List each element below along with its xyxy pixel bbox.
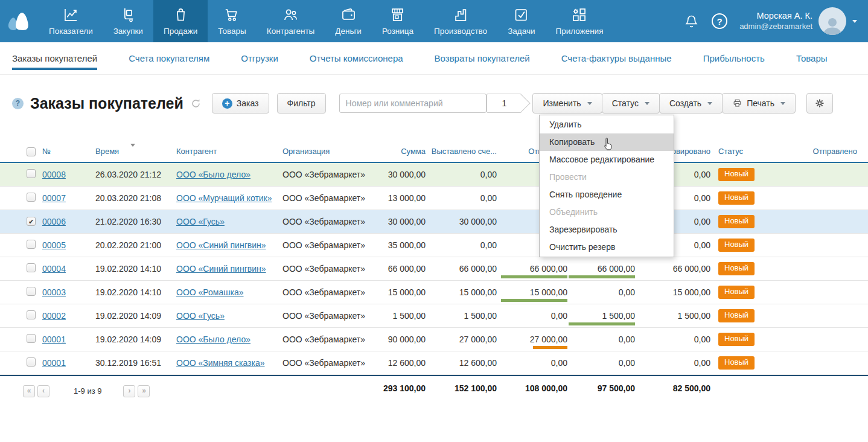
nav-item-money[interactable]: Деньги <box>325 0 372 42</box>
menu-item-merge: Объединить <box>540 203 674 221</box>
header-time[interactable]: Время <box>95 139 176 162</box>
nav-item-sales[interactable]: Продажи <box>153 0 208 42</box>
menu-item-unapprove[interactable]: Снять проведение <box>540 186 674 203</box>
order-number-link[interactable]: 00001 <box>42 335 66 344</box>
order-number-link[interactable]: 00004 <box>42 264 66 274</box>
order-number-link[interactable]: 00006 <box>42 217 66 226</box>
tab-commission-reports[interactable]: Отчеты комиссионера <box>310 42 403 74</box>
shipped-progress-bar <box>501 275 567 278</box>
edit-dropdown-button[interactable]: Изменить <box>532 93 602 114</box>
nav-item-tasks[interactable]: Задачи <box>497 0 545 42</box>
header-contractor[interactable]: Контрагент <box>176 139 282 162</box>
refresh-icon[interactable] <box>191 98 201 109</box>
notifications-button[interactable] <box>683 13 700 30</box>
pagination-first-button[interactable]: « <box>23 385 35 397</box>
contractor-link[interactable]: ООО «Зимняя сказка» <box>176 358 265 368</box>
table-row[interactable]: 0000119.02.2020 14:09ООО «Было дело»ООО … <box>0 328 868 351</box>
header-organization[interactable]: Организация <box>282 139 379 162</box>
header-sent[interactable]: Отправлено <box>797 139 868 162</box>
nav-item-retail[interactable]: Розница <box>372 0 424 42</box>
page-help-icon[interactable]: ? <box>12 98 24 109</box>
menu-item-reserve[interactable]: Зарезервировать <box>540 221 674 239</box>
nav-item-label: Приложения <box>555 27 603 36</box>
filter-button[interactable]: Фильтр <box>277 93 326 114</box>
pagination-last-button[interactable]: » <box>138 385 150 397</box>
sum-cell: 66 000,00 <box>379 257 426 280</box>
tab-vat-invoices-issued[interactable]: Счета-фактуры выданные <box>561 42 672 74</box>
tab-customer-returns[interactable]: Возвраты покупателей <box>435 42 530 74</box>
sent-cell <box>797 328 868 351</box>
settings-button[interactable] <box>806 93 833 114</box>
tab-profitability[interactable]: Прибыльность <box>703 42 765 74</box>
create-dropdown-button[interactable]: Создать <box>659 93 723 114</box>
header-num[interactable]: № <box>42 139 95 162</box>
order-number-link[interactable]: 00003 <box>42 287 66 297</box>
order-number-link[interactable]: 00002 <box>42 311 66 321</box>
contractor-link[interactable]: ООО «Синий пингвин» <box>176 264 266 274</box>
caret-down-icon <box>780 102 785 105</box>
tab-customer-invoices[interactable]: Счета покупателям <box>129 42 209 74</box>
nav-item-production[interactable]: Производство <box>424 0 497 42</box>
contractor-link[interactable]: ООО «Было дело» <box>176 170 251 179</box>
menu-item-bulk-edit[interactable]: Массовое редактирование <box>540 151 674 168</box>
status-badge: Новый <box>718 191 755 205</box>
row-checkbox[interactable] <box>27 357 36 367</box>
tab-goods[interactable]: Товары <box>796 42 828 74</box>
organization-cell: ООО «Зебрамаркет» <box>282 187 379 210</box>
table-row[interactable]: 0000826.03.2020 21:12ООО «Было дело»ООО … <box>0 163 868 187</box>
order-number-link[interactable]: 00005 <box>42 240 66 250</box>
row-checkbox[interactable] <box>27 169 36 178</box>
header-sum[interactable]: Сумма <box>379 139 426 162</box>
row-checkbox[interactable] <box>27 334 36 343</box>
orders-table: № Время Контрагент Организация Сумма Выс… <box>0 139 868 399</box>
pagination-next-button[interactable]: › <box>123 385 135 397</box>
nav-item-contractors[interactable]: Контрагенты <box>257 0 325 42</box>
order-time: 19.02.2020 14:09 <box>95 304 176 327</box>
contractor-link[interactable]: ООО «Мурчащий котик» <box>176 193 272 203</box>
nav-item-indicators[interactable]: Показатели <box>39 0 103 42</box>
row-checkbox[interactable] <box>27 310 36 319</box>
contractor-link[interactable]: ООО «Было дело» <box>176 335 251 344</box>
menu-item-delete[interactable]: Удалить <box>540 116 674 133</box>
search-input[interactable] <box>339 94 487 113</box>
app-logo[interactable] <box>0 0 39 42</box>
table-row[interactable]: 0000520.02.2020 21:00ООО «Синий пингвин»… <box>0 234 868 257</box>
table-row[interactable]: ✔0000621.02.2020 16:30ООО «Гусь»ООО «Зеб… <box>0 210 868 234</box>
nav-item-apps[interactable]: Приложения <box>545 0 613 42</box>
contractor-link[interactable]: ООО «Синий пингвин» <box>176 240 266 250</box>
table-row[interactable]: 0000130.12.2019 16:51ООО «Зимняя сказка»… <box>0 351 868 375</box>
nav-item-purchases[interactable]: Закупки <box>103 0 153 42</box>
row-checkbox[interactable] <box>27 240 36 249</box>
row-checkbox[interactable] <box>27 193 36 202</box>
tab-customer-orders[interactable]: Заказы покупателей <box>12 42 97 74</box>
row-checkbox[interactable] <box>27 263 36 272</box>
select-all-checkbox[interactable] <box>27 147 36 156</box>
order-number-link[interactable]: 00001 <box>42 358 66 368</box>
table-row[interactable]: 0000219.02.2020 14:09ООО «Гусь»ООО «Зебр… <box>0 304 868 328</box>
nav-item-label: Производство <box>434 27 487 36</box>
invoiced-cell: 1 500,00 <box>426 304 497 327</box>
contractor-link[interactable]: ООО «Ромашка» <box>176 287 244 297</box>
order-number-link[interactable]: 00007 <box>42 193 66 203</box>
nav-item-goods[interactable]: Товары <box>208 0 256 42</box>
row-checkbox[interactable] <box>27 287 36 296</box>
order-number-link[interactable]: 00008 <box>42 170 66 179</box>
table-row[interactable]: 0000419.02.2020 14:10ООО «Синий пингвин»… <box>0 257 868 281</box>
print-dropdown-button[interactable]: Печать <box>722 93 796 114</box>
tab-shipments[interactable]: Отгрузки <box>241 42 278 74</box>
gear-icon <box>814 97 826 109</box>
user-menu[interactable]: Морская А. К. admin@zebramarket <box>739 7 857 35</box>
table-row[interactable]: 0000720.03.2020 21:08ООО «Мурчащий котик… <box>0 187 868 210</box>
sum-cell: 30 000,00 <box>379 163 426 186</box>
contractor-link[interactable]: ООО «Гусь» <box>176 217 225 226</box>
table-row[interactable]: 0000319.02.2020 14:10ООО «Ромашка»ООО «З… <box>0 281 868 304</box>
row-checkbox[interactable]: ✔ <box>27 217 36 226</box>
menu-item-clear-reserve[interactable]: Очистить резерв <box>540 239 674 256</box>
header-status[interactable]: Статус <box>710 139 797 162</box>
header-invoiced[interactable]: Выставлено сче... <box>426 139 497 162</box>
status-dropdown-button[interactable]: Статус <box>602 93 660 114</box>
help-button[interactable]: ? <box>712 13 727 29</box>
pagination-prev-button[interactable]: ‹ <box>37 385 49 397</box>
contractor-link[interactable]: ООО «Гусь» <box>176 311 225 321</box>
create-order-button[interactable]: + Заказ <box>212 93 269 114</box>
